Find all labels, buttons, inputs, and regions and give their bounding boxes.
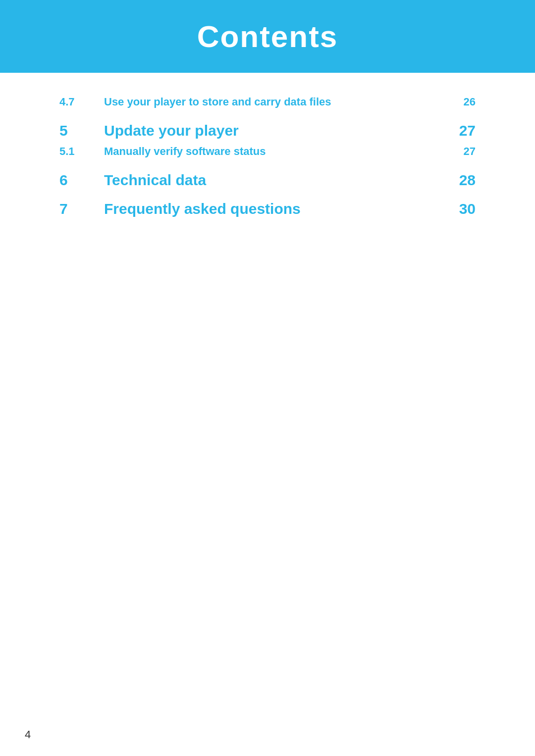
toc-number-5-1: 5.1 [59,145,104,158]
toc-row-4-7: 4.7 Use your player to store and carry d… [59,93,476,113]
header-banner: Contents [0,0,535,73]
toc-row-6: 6 Technical data 28 [59,163,476,192]
toc-number-7: 7 [59,201,104,217]
page: Contents 4.7 Use your player to store an… [0,0,535,756]
toc-label-7: Frequently asked questions [104,201,446,217]
toc-label-5: Update your player [104,122,446,139]
toc-number-4-7: 4.7 [59,96,104,108]
toc-label-4-7: Use your player to store and carry data … [104,96,446,108]
page-title: Contents [10,19,525,54]
page-number: 4 [25,728,31,741]
toc-number-5: 5 [59,122,104,139]
toc-row-7: 7 Frequently asked questions 30 [59,192,476,220]
toc-row-5-1: 5.1 Manually verify software status 27 [59,142,476,163]
toc-row-5: 5 Update your player 27 [59,113,476,142]
toc-number-6: 6 [59,172,104,189]
toc-page-4-7: 26 [446,96,476,108]
toc-label-5-1: Manually verify software status [104,145,446,158]
toc-page-5: 27 [446,122,476,139]
contents-area: 4.7 Use your player to store and carry d… [0,73,535,240]
toc-page-5-1: 27 [446,145,476,158]
toc-page-6: 28 [446,172,476,189]
toc-label-6: Technical data [104,172,446,189]
toc-page-7: 30 [446,201,476,217]
